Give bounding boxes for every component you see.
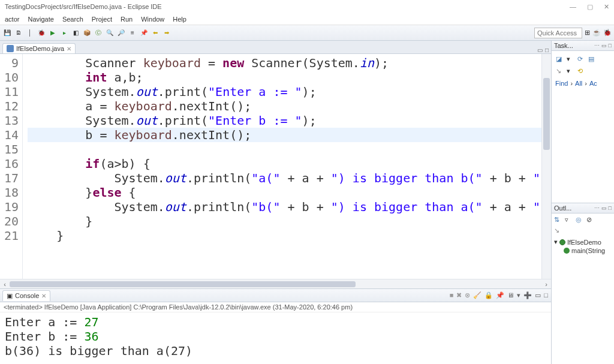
- outline-panel-title: Outl...: [554, 204, 571, 212]
- task-panel-min-icon[interactable]: ▭: [601, 43, 607, 49]
- pin-icon[interactable]: 📌: [139, 28, 149, 38]
- line-number-gutter: 9101112131415161718192021: [0, 54, 23, 279]
- console-new-icon[interactable]: ➕: [523, 291, 532, 299]
- outline-class-node[interactable]: ▾ IfElseDemo: [554, 237, 612, 246]
- window-title: TestingDocsProject/src/IfElseDemo.java -…: [5, 3, 162, 10]
- toolbar-icon-group: 💾 🗎 │ 🐞 ▶ ▸ ◧ 📦 Ⓒ 🔍 🔎 ≡ 📌 ⬅ ➡: [2, 28, 171, 38]
- editor-tabbar: IfElseDemo.java ✕ ▭ □: [0, 41, 551, 54]
- outline-focus-icon[interactable]: ◎: [576, 216, 584, 224]
- task-dropdown-icon[interactable]: ▾: [567, 55, 575, 64]
- perspective-debug-icon[interactable]: 🐞: [603, 29, 612, 37]
- window-titlebar: TestingDocsProject/src/IfElseDemo.java -…: [0, 0, 614, 13]
- code-editor[interactable]: 9101112131415161718192021 Scanner keyboa…: [0, 54, 551, 279]
- outline-method-node[interactable]: main(String: [554, 246, 612, 255]
- task-filter-sep2: ›: [585, 80, 587, 87]
- run-icon[interactable]: ▶: [48, 28, 58, 38]
- outline-hide-icon[interactable]: ⊘: [586, 216, 595, 224]
- console-max-icon[interactable]: □: [543, 291, 549, 299]
- new-class-icon[interactable]: Ⓒ: [94, 28, 103, 38]
- console-output[interactable]: Enter a := 27Enter b := 36b(36) is bigge…: [0, 312, 551, 364]
- console-remove-all-icon[interactable]: ⊗: [464, 291, 471, 299]
- task-list-panel: Task... ⋯ ▭ □ ◪ ▾ ⟳ ▤ ↘ ▾ ⟲: [552, 41, 614, 203]
- search-icon[interactable]: 🔎: [116, 28, 126, 38]
- task-all-link[interactable]: All: [575, 80, 582, 87]
- forward-icon[interactable]: ➡: [162, 28, 171, 38]
- console-icon: ▣: [7, 292, 13, 300]
- task-categorize-icon[interactable]: ▤: [588, 55, 597, 64]
- save-icon[interactable]: 💾: [2, 28, 12, 38]
- task-filter-sep: ›: [570, 80, 573, 87]
- console-display-icon[interactable]: 🖥: [507, 291, 514, 299]
- run-last-icon[interactable]: ▸: [59, 28, 69, 38]
- console-tab-label: Console: [15, 292, 39, 299]
- outline-method-label: main(String: [571, 247, 605, 254]
- outline-min-icon[interactable]: ▭: [601, 205, 607, 211]
- open-type-icon[interactable]: 🔍: [105, 28, 115, 38]
- outline-filter-icon[interactable]: ▿: [565, 216, 573, 224]
- task-panel-view-menu-icon[interactable]: ⋯: [594, 43, 600, 49]
- menu-window[interactable]: Window: [137, 14, 168, 24]
- java-file-icon: [7, 45, 14, 52]
- perspective-java-icon[interactable]: ☕: [592, 29, 601, 37]
- task-activate-link[interactable]: Ac: [589, 80, 597, 87]
- console-open-icon[interactable]: ▾: [516, 291, 521, 299]
- console-tab[interactable]: ▣ Console ✕: [2, 290, 50, 301]
- menu-run[interactable]: Run: [117, 14, 136, 24]
- task-find-link[interactable]: Find: [555, 80, 568, 87]
- console-terminate-icon[interactable]: ■: [449, 291, 455, 299]
- outline-class-label: IfElseDemo: [567, 239, 601, 246]
- editor-tab-close-icon[interactable]: ✕: [67, 46, 71, 52]
- menu-actor[interactable]: actor: [1, 14, 23, 24]
- new-package-icon[interactable]: 📦: [82, 28, 92, 38]
- menu-navigate[interactable]: Navigate: [24, 14, 57, 24]
- perspective-resource-icon[interactable]: ⊞: [585, 29, 590, 37]
- window-maximize-button[interactable]: ▢: [587, 3, 593, 11]
- console-remove-icon[interactable]: ✖: [456, 291, 462, 299]
- task-refresh-icon[interactable]: ⟳: [577, 55, 586, 64]
- task-new-icon[interactable]: ◪: [556, 55, 564, 64]
- task-focus-icon[interactable]: ↘: [556, 67, 564, 76]
- editor-maximize-icon[interactable]: □: [545, 47, 549, 53]
- editor-minimize-icon[interactable]: ▭: [537, 47, 543, 53]
- task-synchronize-icon[interactable]: ⟲: [577, 67, 586, 76]
- window-close-button[interactable]: ✕: [604, 3, 609, 11]
- menu-project[interactable]: Project: [88, 14, 116, 24]
- editor-tab-label: IfElseDemo.java: [16, 45, 64, 52]
- outline-sort-icon[interactable]: ⇅: [554, 216, 562, 224]
- console-toolbar: ■ ✖ ⊗ 🧹 🔒 📌 🖥 ▾ ➕ ▭ □: [449, 291, 549, 299]
- tree-expand-icon[interactable]: ▾: [554, 238, 558, 246]
- code-area[interactable]: Scanner keyboard = new Scanner(System.in…: [23, 54, 541, 279]
- outline-link-icon[interactable]: ↘: [554, 227, 562, 235]
- method-icon: [564, 248, 570, 254]
- outline-max-icon[interactable]: □: [609, 205, 612, 211]
- console-status-line: <terminated> IfElseDemo [Java Applicatio…: [0, 302, 551, 312]
- save-all-icon[interactable]: 🗎: [14, 28, 23, 38]
- class-icon: [559, 239, 565, 245]
- console-clear-icon[interactable]: 🧹: [472, 291, 482, 299]
- console-min-icon[interactable]: ▭: [534, 291, 541, 299]
- menu-search[interactable]: Search: [59, 14, 87, 24]
- task-collapse-icon[interactable]: ▾: [567, 67, 575, 76]
- scroll-left-icon[interactable]: ‹: [0, 281, 10, 288]
- quick-access-input[interactable]: [534, 28, 582, 38]
- task-panel-max-icon[interactable]: □: [609, 43, 612, 49]
- debug-icon[interactable]: 🐞: [37, 28, 46, 38]
- coverage-icon[interactable]: ◧: [71, 28, 80, 38]
- window-minimize-button[interactable]: —: [570, 3, 576, 11]
- console-scroll-lock-icon[interactable]: 🔒: [484, 291, 493, 299]
- main-toolbar: 💾 🗎 │ 🐞 ▶ ▸ ◧ 📦 Ⓒ 🔍 🔎 ≡ 📌 ⬅ ➡ ⊞ ☕ 🐞: [0, 25, 614, 41]
- sep-icon: │: [25, 28, 35, 38]
- scroll-right-icon[interactable]: ›: [541, 281, 551, 288]
- outline-panel: Outl... ⋯ ▭ □ ⇅ ▿ ◎ ⊘ ↘: [552, 203, 614, 364]
- toggle-breadcrumb-icon[interactable]: ≡: [128, 28, 137, 38]
- console-pin-icon[interactable]: 📌: [495, 291, 505, 299]
- menu-help[interactable]: Help: [169, 14, 190, 24]
- outline-view-menu-icon[interactable]: ⋯: [594, 205, 600, 211]
- editor-tab-ifelsedemo[interactable]: IfElseDemo.java ✕: [2, 43, 76, 53]
- console-tab-close-icon[interactable]: ✕: [41, 293, 46, 299]
- editor-vertical-scrollbar[interactable]: [541, 54, 551, 279]
- editor-horizontal-scrollbar[interactable]: ‹ ›: [0, 279, 551, 288]
- task-panel-title: Task...: [554, 42, 573, 49]
- main-menubar: actorNavigateSearchProjectRunWindowHelp: [0, 13, 614, 25]
- back-icon[interactable]: ⬅: [151, 28, 160, 38]
